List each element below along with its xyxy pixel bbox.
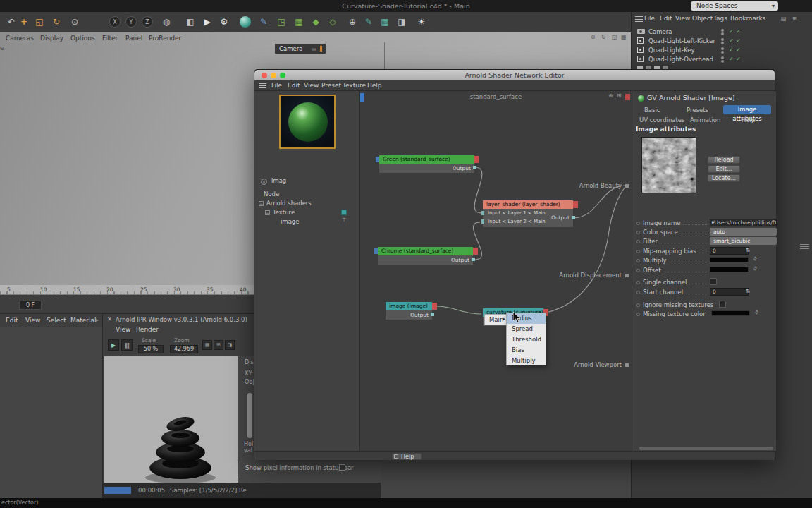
locate-button[interactable]: Locate... bbox=[708, 174, 740, 182]
node-chrome-standard-surface[interactable]: Chrome (standard_surface) Output bbox=[378, 247, 473, 265]
object-row[interactable]: Camera ✓ ✓ bbox=[632, 27, 812, 36]
check-icon[interactable]: ✓ bbox=[729, 47, 734, 53]
horizontal-scrollbar[interactable] bbox=[639, 447, 773, 450]
panel-add-icon[interactable]: ⊞ bbox=[792, 16, 797, 22]
reload-button[interactable]: Reload bbox=[708, 156, 740, 164]
context-menu-main[interactable]: Main ▸ bbox=[484, 314, 508, 325]
object-row[interactable]: Quad-Light-Left-Kicker ✓ ✓ bbox=[632, 36, 812, 45]
endpoint-socket[interactable] bbox=[625, 184, 629, 188]
keyframe-dot[interactable] bbox=[636, 281, 640, 284]
output-port[interactable] bbox=[474, 156, 479, 163]
ipr-snapshot-icon[interactable]: ◨ bbox=[225, 340, 235, 350]
check-icon[interactable]: ✓ bbox=[736, 37, 741, 44]
editor-visibility-dot[interactable] bbox=[721, 56, 724, 59]
deformer-icon[interactable]: ◆ bbox=[309, 15, 323, 29]
object-row[interactable]: Quad-Light-Overhead ✓ ✓ bbox=[632, 54, 812, 64]
keyframe-dot[interactable] bbox=[636, 303, 640, 307]
output-port[interactable] bbox=[432, 303, 437, 310]
node-header[interactable]: layer_shader (layer_shader) bbox=[483, 200, 573, 209]
color-expand-icon[interactable]: ⇅ bbox=[751, 265, 758, 272]
render-play-icon[interactable]: ▶ bbox=[200, 15, 214, 29]
offset-color-swatch[interactable] bbox=[710, 267, 749, 272]
editor-menu-file[interactable]: File bbox=[271, 82, 282, 89]
ipr-play-button[interactable]: ▶ bbox=[108, 339, 119, 351]
context-item-threshold[interactable]: Threshold bbox=[507, 334, 546, 345]
viewport-menu-cameras[interactable]: Cameras bbox=[6, 35, 34, 42]
current-frame-field[interactable]: 0 F bbox=[19, 301, 42, 310]
move-tool-icon[interactable]: + bbox=[17, 15, 31, 29]
multiply-color-swatch[interactable] bbox=[710, 257, 749, 262]
field-icon[interactable]: ◇ bbox=[326, 15, 340, 29]
tab-presets[interactable]: Presets bbox=[687, 107, 708, 114]
help-button[interactable]: Help bbox=[392, 453, 422, 460]
tree-item-arnold-shaders[interactable]: Arnold shaders bbox=[266, 200, 312, 207]
check-icon[interactable]: ✓ bbox=[729, 56, 734, 62]
output-port[interactable] bbox=[473, 248, 478, 255]
viewport-menu-prorender[interactable]: ProRender bbox=[149, 35, 181, 42]
input-socket[interactable] bbox=[481, 219, 484, 224]
viewport-layout-icon[interactable]: ▦ bbox=[621, 34, 627, 40]
check-icon[interactable]: ✓ bbox=[729, 37, 734, 44]
output-port[interactable] bbox=[573, 201, 578, 208]
camera-label[interactable]: Camera ⊞ bbox=[275, 44, 326, 54]
mip-mapping-bias-field[interactable]: 0 bbox=[710, 247, 749, 255]
content-grid-icon[interactable]: ▦ bbox=[378, 15, 392, 29]
viewport-menu-options[interactable]: Options bbox=[70, 35, 95, 42]
color-expand-icon[interactable]: ⇅ bbox=[751, 255, 758, 262]
start-channel-field[interactable]: 0 bbox=[710, 288, 749, 296]
keyframe-dot[interactable] bbox=[636, 269, 640, 272]
array-icon[interactable]: ▦ bbox=[292, 15, 306, 29]
output-socket[interactable] bbox=[431, 313, 434, 316]
editor-menu-texture[interactable]: Texture bbox=[343, 82, 366, 89]
axis-z-lock-icon[interactable]: Z bbox=[142, 16, 153, 28]
rotate-tool-icon[interactable]: ↻ bbox=[49, 15, 63, 29]
node-header[interactable]: image (image) bbox=[386, 302, 432, 310]
keyframe-dot[interactable] bbox=[636, 231, 640, 234]
keyframe-dot[interactable] bbox=[636, 240, 640, 243]
axis-y-lock-icon[interactable]: Y bbox=[125, 16, 137, 28]
hamburger-icon[interactable] bbox=[259, 83, 266, 88]
primitive-sphere-icon[interactable] bbox=[240, 16, 251, 28]
close-icon[interactable]: ✕ bbox=[107, 316, 112, 322]
undo-icon[interactable]: ↶ bbox=[4, 15, 18, 29]
om-menu-file[interactable]: File bbox=[644, 15, 655, 22]
tab-image-attributes[interactable]: Image attributes bbox=[723, 105, 771, 114]
ipr-menu-render[interactable]: Render bbox=[136, 326, 159, 333]
tab-uv-coordinates[interactable]: UV coordinates bbox=[639, 116, 685, 123]
color-expand-icon[interactable]: ⇅ bbox=[753, 309, 760, 316]
check-icon[interactable]: ✓ bbox=[736, 56, 741, 62]
input-socket[interactable] bbox=[481, 211, 484, 215]
tab-help[interactable]: Help bbox=[742, 116, 755, 123]
render-visibility-dot[interactable] bbox=[721, 32, 724, 35]
collapse-icon[interactable]: − bbox=[259, 201, 264, 206]
editor-menu-help[interactable]: Help bbox=[367, 82, 382, 89]
input-port[interactable] bbox=[374, 248, 378, 254]
ipr-render-view[interactable] bbox=[104, 356, 238, 483]
om-menu-edit[interactable]: Edit bbox=[660, 15, 672, 22]
viewport-pan-icon[interactable]: ⊕ bbox=[591, 34, 596, 40]
single-channel-checkbox[interactable] bbox=[710, 278, 717, 285]
spinner-icon[interactable]: ⇅ bbox=[744, 288, 782, 296]
ipr-menu-view[interactable]: View bbox=[116, 326, 130, 333]
menu-material[interactable]: Material bbox=[70, 317, 97, 324]
context-item-multiply[interactable]: Multiply bbox=[507, 356, 546, 366]
texture-thumbnail[interactable] bbox=[641, 137, 696, 193]
viewport-menu-panel[interactable]: Panel bbox=[125, 35, 142, 42]
axis-mode-icon[interactable]: ⊕ bbox=[345, 15, 359, 29]
editor-menu-view[interactable]: View bbox=[304, 82, 319, 89]
material-preview[interactable] bbox=[279, 95, 336, 149]
render-visibility-dot[interactable] bbox=[721, 60, 724, 63]
tab-animation[interactable]: Animation bbox=[690, 116, 720, 123]
panel-list-icon[interactable]: ▤ bbox=[781, 16, 787, 22]
ignore-missing-checkbox[interactable] bbox=[719, 301, 726, 308]
viewport-menu-filter[interactable]: Filter bbox=[102, 35, 118, 42]
filter-dropdown[interactable]: smart_bicubic bbox=[710, 237, 777, 245]
snapshot-icon[interactable]: ◨ bbox=[395, 15, 409, 29]
om-menu-object[interactable]: Object bbox=[692, 15, 713, 22]
editor-visibility-dot[interactable] bbox=[721, 38, 724, 41]
spinner-icon[interactable]: ⇅ bbox=[744, 247, 782, 255]
keyframe-dot[interactable] bbox=[636, 313, 640, 316]
editor-titlebar[interactable]: Arnold Shader Network Editor bbox=[254, 70, 775, 80]
endpoint-socket[interactable] bbox=[625, 363, 629, 367]
missing-texture-color-swatch[interactable] bbox=[711, 310, 750, 316]
